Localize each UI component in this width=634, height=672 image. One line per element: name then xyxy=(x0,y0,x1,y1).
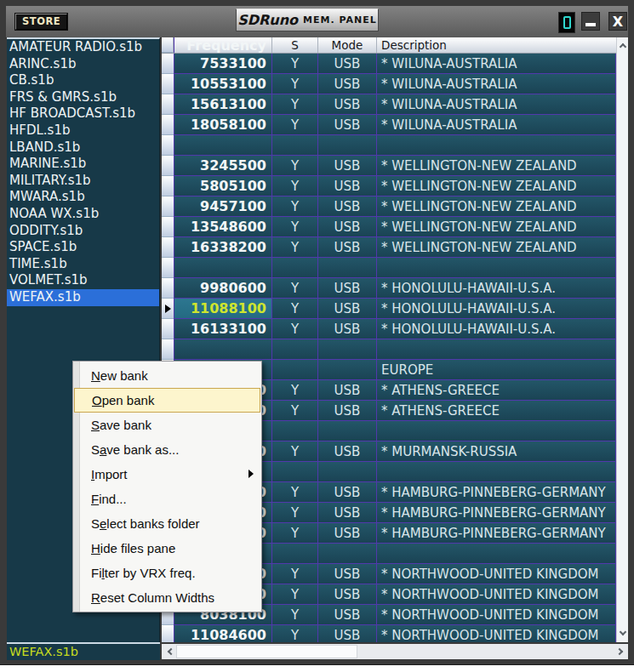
cell-description[interactable]: * WELLINGTON-NEW ZEALAND xyxy=(377,156,616,176)
cell-description[interactable]: * WILUNA-AUSTRALIA xyxy=(377,54,616,74)
row-selector-header[interactable] xyxy=(162,37,174,53)
cell-mode[interactable]: USB xyxy=(318,380,377,401)
cell-scan[interactable]: Y xyxy=(272,237,318,258)
cell-description[interactable] xyxy=(377,421,616,441)
cell-mode[interactable]: USB xyxy=(318,401,377,421)
cell-frequency[interactable]: 9980600 xyxy=(174,278,272,299)
cell-mode[interactable]: USB xyxy=(318,319,377,339)
cell-frequency[interactable]: 18058100 xyxy=(174,115,272,135)
cell-mode[interactable]: USB xyxy=(318,523,377,544)
cell-scan[interactable]: Y xyxy=(272,196,318,217)
sidebar-item-volmet-s1b[interactable]: VOLMET.s1b xyxy=(7,272,159,289)
menu-item-find[interactable]: Find... xyxy=(73,487,261,511)
menu-item-save-bank[interactable]: Save bank xyxy=(73,413,261,437)
cell-scan[interactable] xyxy=(272,339,318,360)
cell-scan[interactable]: Y xyxy=(272,605,318,625)
scroll-down-button[interactable] xyxy=(617,627,629,639)
sidebar-item-hf-broadcast-s1b[interactable]: HF BROADCAST.s1b xyxy=(7,105,159,122)
table-row[interactable] xyxy=(162,135,616,156)
cell-scan[interactable]: Y xyxy=(272,94,318,115)
cell-frequency[interactable]: 9457100 xyxy=(174,196,272,217)
row-selector-cell[interactable] xyxy=(162,54,174,74)
cell-scan[interactable]: Y xyxy=(272,156,318,176)
row-selector-cell[interactable] xyxy=(162,176,174,196)
cell-frequency[interactable] xyxy=(174,339,272,360)
sidebar-item-space-s1b[interactable]: SPACE.s1b xyxy=(7,239,159,256)
cell-scan[interactable] xyxy=(272,544,318,564)
row-selector-cell[interactable] xyxy=(162,135,174,156)
cell-mode[interactable] xyxy=(318,339,377,360)
cell-scan[interactable] xyxy=(272,462,318,482)
cell-description[interactable]: * WELLINGTON-NEW ZEALAND xyxy=(377,196,616,217)
cell-mode[interactable]: USB xyxy=(318,564,377,584)
sidebar-item-time-s1b[interactable]: TIME.s1b xyxy=(7,256,159,273)
store-button[interactable]: STORE xyxy=(15,14,67,30)
cell-description[interactable]: * HONOLULU-HAWAII-U.S.A. xyxy=(377,319,616,339)
menu-item-filter-by-vrx-freq[interactable]: Filter by VRX freq. xyxy=(73,561,261,585)
table-row[interactable]: 9457100YUSB* WELLINGTON-NEW ZEALAND xyxy=(162,196,616,217)
cell-frequency[interactable]: 16133100 xyxy=(174,319,272,339)
cell-mode[interactable]: USB xyxy=(318,54,377,74)
cell-mode[interactable] xyxy=(318,544,377,564)
sidebar-item-marine-s1b[interactable]: MARINE.s1b xyxy=(7,156,159,173)
cell-mode[interactable]: USB xyxy=(318,584,377,605)
row-selector-cell[interactable] xyxy=(162,339,174,360)
close-button[interactable]: X xyxy=(608,12,627,31)
cell-description[interactable]: * WELLINGTON-NEW ZEALAND xyxy=(377,176,616,196)
cell-mode[interactable] xyxy=(318,360,377,380)
cell-description[interactable]: * WILUNA-AUSTRALIA xyxy=(377,74,616,94)
row-selector-cell[interactable] xyxy=(162,625,174,642)
sidebar-item-frs-gmrs-s1b[interactable]: FRS & GMRS.s1b xyxy=(7,89,159,106)
row-selector-cell[interactable] xyxy=(162,115,174,135)
row-selector-cell[interactable] xyxy=(162,156,174,176)
sidebar-item-cb-s1b[interactable]: CB.s1b xyxy=(7,72,159,89)
cell-frequency[interactable]: 15613100 xyxy=(174,94,272,115)
cell-description[interactable]: * HAMBURG-PINNEBERG-GERMANY xyxy=(377,482,616,503)
cell-description[interactable]: EUROPE xyxy=(377,360,616,380)
table-row[interactable]: 11084600YUSB* NORTHWOOD-UNITED KINGDOM xyxy=(162,625,616,642)
cell-mode[interactable] xyxy=(318,135,377,156)
sidebar-item-wefax-s1b[interactable]: WEFAX.s1b xyxy=(7,289,159,306)
table-row[interactable]: 15613100YUSB* WILUNA-AUSTRALIA xyxy=(162,94,616,115)
cell-mode[interactable]: USB xyxy=(318,278,377,299)
cell-description[interactable]: * HONOLULU-HAWAII-U.S.A. xyxy=(377,278,616,299)
cell-description[interactable]: * ATHENS-GREECE xyxy=(377,401,616,421)
sidebar-item-mwara-s1b[interactable]: MWARA.s1b xyxy=(7,189,159,206)
cell-scan[interactable]: Y xyxy=(272,441,318,462)
table-row[interactable]: 11088100YUSB* HONOLULU-HAWAII-U.S.A. xyxy=(162,299,616,319)
cell-mode[interactable]: USB xyxy=(318,605,377,625)
horizontal-scrollbar[interactable] xyxy=(162,644,628,659)
cell-mode[interactable]: USB xyxy=(318,625,377,642)
row-selector-cell[interactable] xyxy=(162,196,174,217)
table-row[interactable]: 13548600YUSB* WELLINGTON-NEW ZEALAND xyxy=(162,217,616,237)
cell-frequency[interactable]: 5805100 xyxy=(174,176,272,196)
column-header-description[interactable]: Description xyxy=(377,37,616,53)
scroll-right-button[interactable] xyxy=(614,644,626,659)
cell-frequency[interactable] xyxy=(174,135,272,156)
cell-scan[interactable] xyxy=(272,258,318,278)
table-row[interactable]: 10553100YUSB* WILUNA-AUSTRALIA xyxy=(162,74,616,94)
table-row[interactable]: 18058100YUSB* WILUNA-AUSTRALIA xyxy=(162,115,616,135)
sidebar-item-arinc-s1b[interactable]: ARINC.s1b xyxy=(7,56,159,73)
cell-scan[interactable] xyxy=(272,135,318,156)
cell-mode[interactable]: USB xyxy=(318,115,377,135)
cell-description[interactable] xyxy=(377,462,616,482)
cell-scan[interactable] xyxy=(272,421,318,441)
cell-scan[interactable]: Y xyxy=(272,401,318,421)
cell-mode[interactable]: USB xyxy=(318,299,377,319)
menu-item-save-bank-as[interactable]: Save bank as... xyxy=(73,437,261,462)
menu-item-open-bank[interactable]: Open bank xyxy=(74,388,260,413)
sidebar-item-military-s1b[interactable]: MILITARY.s1b xyxy=(7,173,159,190)
cell-scan[interactable]: Y xyxy=(272,176,318,196)
cell-description[interactable] xyxy=(377,135,616,156)
table-row[interactable] xyxy=(162,258,616,278)
row-selector-cell[interactable] xyxy=(162,278,174,299)
table-row[interactable]: 16133100YUSB* HONOLULU-HAWAII-U.S.A. xyxy=(162,319,616,339)
cell-scan[interactable]: Y xyxy=(272,503,318,523)
vertical-scrollbar[interactable] xyxy=(616,37,628,642)
cell-description[interactable]: * NORTHWOOD-UNITED KINGDOM xyxy=(377,564,616,584)
cell-description[interactable]: * WILUNA-AUSTRALIA xyxy=(377,94,616,115)
cell-description[interactable]: * NORTHWOOD-UNITED KINGDOM xyxy=(377,584,616,605)
cell-scan[interactable]: Y xyxy=(272,299,318,319)
row-selector-cell[interactable] xyxy=(162,258,174,278)
